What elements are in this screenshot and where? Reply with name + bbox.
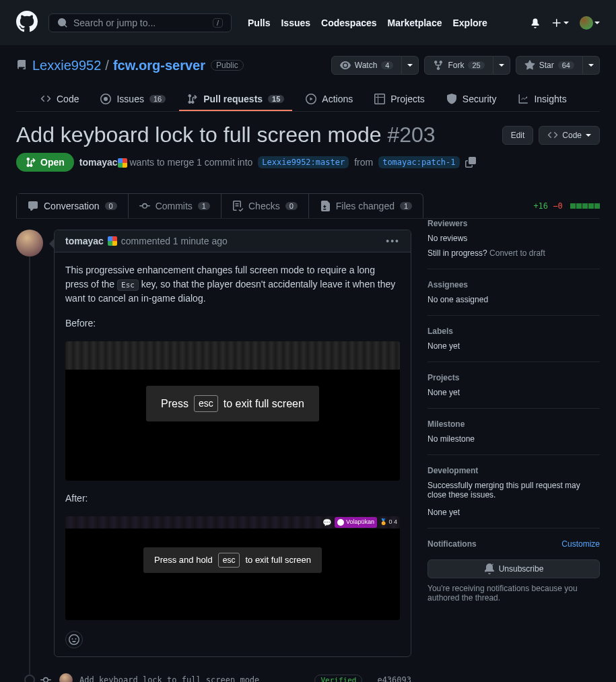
tab-projects[interactable]: Projects bbox=[366, 88, 433, 111]
tab-insights[interactable]: Insights bbox=[510, 88, 574, 111]
esc-kbd: Esc bbox=[117, 279, 139, 291]
copy-icon[interactable] bbox=[465, 157, 476, 168]
comment-body: This progressive enhancement changes ful… bbox=[55, 252, 411, 631]
head-branch[interactable]: tomayac:patch-1 bbox=[378, 156, 459, 168]
development-title[interactable]: Development bbox=[427, 466, 600, 475]
repo-name-link[interactable]: fcw.org-server bbox=[113, 58, 205, 73]
table-icon bbox=[374, 94, 385, 104]
bell-icon[interactable] bbox=[530, 18, 541, 28]
from-text: from bbox=[354, 157, 373, 168]
avatar bbox=[580, 16, 593, 30]
unsubscribe-button[interactable]: Unsubscribe bbox=[427, 559, 600, 578]
comment-time: commented 1 minute ago bbox=[121, 236, 228, 246]
plus-icon bbox=[551, 18, 562, 28]
code-icon bbox=[547, 130, 558, 141]
player-badge: Volapükan bbox=[335, 517, 377, 528]
tab-pulls[interactable]: Pull requests15 bbox=[179, 88, 292, 111]
comment-menu[interactable]: ••• bbox=[386, 236, 400, 246]
tab-conversation[interactable]: Conversation0 bbox=[17, 194, 129, 218]
commit-icon bbox=[139, 201, 150, 211]
code-label: Code bbox=[562, 131, 582, 140]
star-button-group: Star 64 bbox=[516, 56, 600, 75]
milestone-value: No milestone bbox=[427, 434, 600, 444]
customize-link[interactable]: Customize bbox=[561, 539, 600, 549]
pr-title-text: Add keyboard lock to full screen mode bbox=[16, 123, 382, 147]
demo-text: Press and hold bbox=[154, 553, 213, 567]
convert-to-draft[interactable]: Convert to draft bbox=[489, 248, 545, 258]
verified-badge[interactable]: Verified bbox=[314, 675, 362, 683]
fork-button[interactable]: Fork 25 bbox=[424, 56, 493, 75]
nav-pulls[interactable]: Pulls bbox=[248, 18, 270, 28]
pr-author[interactable]: tomayac bbox=[79, 157, 118, 168]
tab-code[interactable]: Code bbox=[32, 88, 87, 111]
development-text: Successfully merging this pull request m… bbox=[427, 481, 600, 500]
projects-title[interactable]: Projects bbox=[427, 373, 600, 382]
create-menu[interactable] bbox=[551, 18, 569, 28]
comment-author[interactable]: tomayac bbox=[65, 236, 104, 246]
google-badge-icon bbox=[118, 158, 127, 168]
milestone-block: Milestone No milestone bbox=[427, 409, 600, 455]
pr-open-icon bbox=[26, 157, 36, 168]
repo-owner-link[interactable]: Lexxie9952 bbox=[32, 58, 101, 73]
before-image[interactable]: Press esc to exit full screen bbox=[65, 341, 400, 481]
reviewers-title[interactable]: Reviewers bbox=[427, 219, 600, 228]
nav-explore[interactable]: Explore bbox=[452, 18, 487, 28]
diffstat: +16 −0 bbox=[533, 201, 600, 211]
tab-actions[interactable]: Actions bbox=[298, 88, 361, 111]
watch-button[interactable]: Watch 4 bbox=[331, 56, 403, 75]
pr-byline: tomayac wants to merge 1 commit into bbox=[79, 157, 253, 168]
tab-label: Code bbox=[57, 94, 79, 104]
nav-marketplace[interactable]: Marketplace bbox=[388, 18, 442, 28]
notif-reason: You're receiving notifications because y… bbox=[427, 584, 600, 603]
star-button[interactable]: Star 64 bbox=[516, 56, 583, 75]
commit-avatar[interactable] bbox=[59, 673, 73, 682]
labels-title[interactable]: Labels bbox=[427, 327, 600, 336]
github-logo[interactable] bbox=[16, 11, 38, 34]
nav-codespaces[interactable]: Codespaces bbox=[321, 18, 376, 28]
unsubscribe-label: Unsubscribe bbox=[499, 564, 544, 574]
demo-kbd: esc bbox=[218, 553, 240, 568]
comment-icon bbox=[28, 201, 38, 211]
after-label: After: bbox=[65, 491, 400, 506]
nav-issues[interactable]: Issues bbox=[281, 18, 310, 28]
watch-button-group: Watch 4 bbox=[331, 56, 419, 75]
code-button[interactable]: Code bbox=[539, 126, 600, 145]
watch-count: 4 bbox=[381, 61, 393, 69]
demo-text: to exit full screen bbox=[245, 553, 311, 567]
repo-head: Lexxie9952 / fcw.org-server Public Watch… bbox=[0, 45, 616, 112]
separator: / bbox=[105, 58, 109, 73]
base-branch[interactable]: Lexxie9952:master bbox=[258, 156, 349, 168]
tab-issues[interactable]: Issues16 bbox=[92, 88, 174, 111]
tab-files[interactable]: Files changed1 bbox=[309, 194, 423, 218]
slash-hint: / bbox=[213, 18, 223, 28]
caret-icon bbox=[586, 134, 591, 137]
tab-checks[interactable]: Checks0 bbox=[221, 194, 309, 218]
tab-label: Commits bbox=[156, 201, 193, 211]
tab-label: Pull requests bbox=[203, 94, 263, 104]
comment-avatar[interactable] bbox=[16, 230, 43, 257]
pr-header: Add keyboard lock to full screen mode #2… bbox=[0, 112, 616, 182]
edit-button[interactable]: Edit bbox=[502, 126, 534, 145]
sidebar: Reviewers No reviews Still in progress? … bbox=[427, 219, 600, 682]
tab-security[interactable]: Security bbox=[438, 88, 505, 111]
assignees-title[interactable]: Assignees bbox=[427, 280, 600, 289]
fork-dropdown[interactable] bbox=[493, 56, 510, 75]
graph-icon bbox=[518, 94, 528, 104]
search-input[interactable]: Search or jump to... / bbox=[48, 13, 232, 32]
after-image[interactable]: 💬 Volapükan 🏅 0 4 Press and hold esc to … bbox=[65, 516, 400, 620]
caret-icon bbox=[407, 64, 413, 67]
milestone-title[interactable]: Milestone bbox=[427, 419, 600, 429]
repo-tabs: Code Issues16 Pull requests15 Actions Pr… bbox=[16, 88, 600, 112]
checklist-icon bbox=[232, 201, 243, 211]
pulls-count: 15 bbox=[268, 95, 284, 103]
watch-dropdown[interactable] bbox=[402, 56, 419, 75]
tab-commits[interactable]: Commits1 bbox=[129, 194, 221, 218]
deletions: −0 bbox=[553, 201, 562, 211]
commit-sha[interactable]: e436093 bbox=[377, 675, 411, 682]
user-menu[interactable] bbox=[580, 16, 600, 30]
count: 1 bbox=[198, 202, 210, 210]
commit-message[interactable]: Add keyboard lock to full screen mode bbox=[79, 675, 259, 682]
demo-text: Press bbox=[161, 396, 189, 412]
add-reaction-button[interactable] bbox=[65, 631, 83, 648]
star-dropdown[interactable] bbox=[583, 56, 600, 75]
